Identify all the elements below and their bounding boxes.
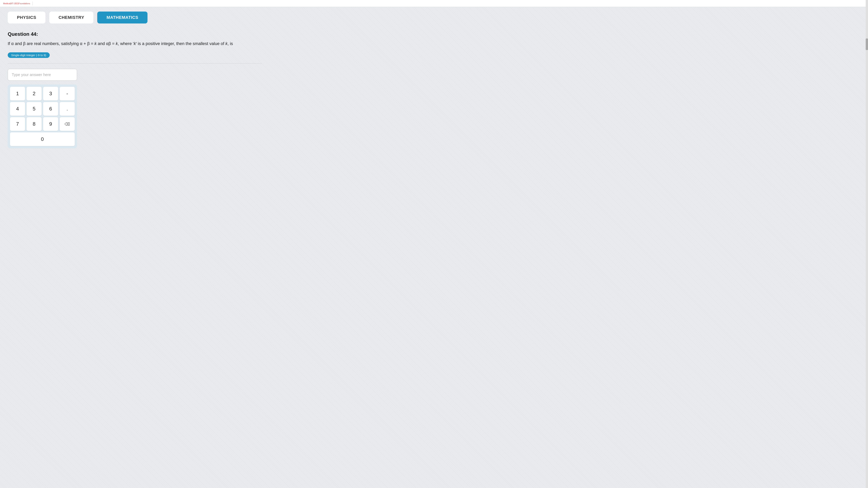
question-section: Question 44: If α and β are real numbers… bbox=[8, 31, 262, 149]
tab-mathematics[interactable]: MATHEMATICS bbox=[97, 11, 148, 24]
scrollbar[interactable] bbox=[866, 0, 868, 488]
key-6[interactable]: 6 bbox=[43, 102, 58, 116]
keypad-row-1: 1 2 3 - bbox=[10, 87, 75, 100]
section-divider bbox=[8, 63, 262, 64]
key-9[interactable]: 9 bbox=[43, 117, 58, 131]
question-type-badge: Single-digit Integer (-9 to 9) bbox=[8, 52, 50, 58]
key-1[interactable]: 1 bbox=[10, 87, 25, 100]
main-content: PHYSICS CHEMISTRY MATHEMATICS Question 4… bbox=[0, 7, 270, 153]
key-2[interactable]: 2 bbox=[27, 87, 41, 100]
keypad-row-3: 7 8 9 ⌫ bbox=[10, 117, 75, 131]
subject-tabs: PHYSICS CHEMISTRY MATHEMATICS bbox=[8, 11, 262, 24]
brand-label: Medical|IIT-JEE|Foundations bbox=[3, 2, 30, 5]
tab-chemistry[interactable]: CHEMISTRY bbox=[49, 11, 93, 24]
numeric-keypad: 1 2 3 - 4 5 6 . 7 8 9 ⌫ 0 bbox=[8, 85, 77, 149]
tab-physics[interactable]: PHYSICS bbox=[8, 11, 45, 24]
header-bar: Medical|IIT-JEE|Foundations bbox=[0, 0, 868, 7]
keypad-row-4: 0 bbox=[10, 132, 75, 146]
key-3[interactable]: 3 bbox=[43, 87, 58, 100]
key-8[interactable]: 8 bbox=[27, 117, 41, 131]
key-0[interactable]: 0 bbox=[10, 132, 75, 146]
answer-input-wrapper bbox=[8, 69, 77, 80]
question-number: Question 44: bbox=[8, 31, 262, 37]
keypad-row-2: 4 5 6 . bbox=[10, 102, 75, 116]
key-7[interactable]: 7 bbox=[10, 117, 25, 131]
question-text: If α and β are real numbers, satisfying … bbox=[8, 40, 262, 47]
answer-input[interactable] bbox=[8, 69, 77, 80]
key-4[interactable]: 4 bbox=[10, 102, 25, 116]
scrollbar-thumb[interactable] bbox=[866, 38, 868, 50]
key-minus[interactable]: - bbox=[60, 87, 75, 100]
key-backspace[interactable]: ⌫ bbox=[60, 117, 75, 131]
key-5[interactable]: 5 bbox=[27, 102, 41, 116]
key-dot[interactable]: . bbox=[60, 102, 75, 116]
header-divider bbox=[32, 2, 33, 5]
